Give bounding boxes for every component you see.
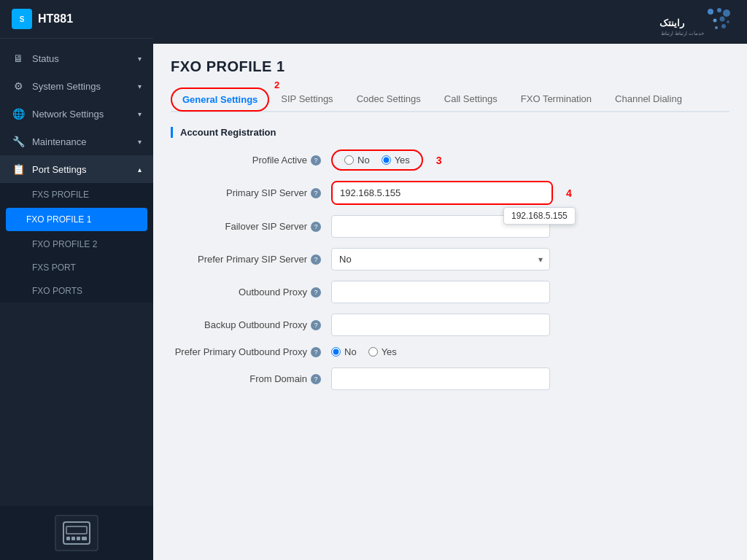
chevron-down-icon: ▾ xyxy=(138,55,142,63)
fxo-profile-1-label: FXO PROFILE 1 xyxy=(26,214,91,225)
top-bar: راینتک خدمات ارتباط ارتباط xyxy=(153,0,747,44)
maintenance-icon: 🔧 xyxy=(12,136,25,147)
tab-codec-settings[interactable]: Codec Settings xyxy=(345,87,433,112)
sidebar-item-fxo-profile-1[interactable]: FXO PROFILE 1 xyxy=(6,208,147,231)
prefer-outbound-no-label[interactable]: No xyxy=(331,346,357,357)
prefer-outbound-help-icon[interactable]: ? xyxy=(311,347,321,357)
tab-general-settings-wrapper: General Settings 2 xyxy=(171,87,269,111)
annotation-step4: 4 xyxy=(566,187,572,199)
tab-general-settings[interactable]: General Settings xyxy=(171,88,269,112)
sidebar-item-status[interactable]: 🖥 Status ▾ xyxy=(0,44,153,72)
svg-point-13 xyxy=(715,26,718,29)
from-domain-label: From Domain ? xyxy=(171,373,331,384)
failover-sip-label: Failover SIP Server ? xyxy=(171,221,331,232)
from-domain-text: From Domain xyxy=(249,373,307,384)
tab-call-settings[interactable]: Call Settings xyxy=(433,87,509,112)
form-row-outbound-proxy: Outbound Proxy ? xyxy=(171,281,729,303)
prefer-outbound-text: Prefer Primary Outbound Proxy xyxy=(175,346,307,357)
profile-active-yes-radio[interactable] xyxy=(382,155,391,165)
svg-point-8 xyxy=(723,9,730,17)
backup-outbound-proxy-input[interactable] xyxy=(331,314,550,336)
backup-outbound-proxy-text: Backup Outbound Proxy xyxy=(204,319,307,330)
sidebar-item-system-settings[interactable]: ⚙ System Settings ▾ xyxy=(0,72,153,100)
svg-point-10 xyxy=(713,19,717,23)
profile-active-no-radio[interactable] xyxy=(344,155,354,165)
fxs-profile-label: FXS PROFILE xyxy=(32,190,89,200)
sidebar-item-network-settings[interactable]: 🌐 Network Settings ▾ xyxy=(0,100,153,128)
svg-point-11 xyxy=(727,20,729,23)
form-row-primary-sip: Primary SIP Server ? 192.168.5.155 4 xyxy=(171,181,729,205)
sidebar-item-label: Network Settings xyxy=(32,109,104,120)
app-logo-icon: S xyxy=(12,9,32,29)
primary-sip-server-input[interactable] xyxy=(333,182,551,203)
no-text: No xyxy=(344,346,357,357)
profile-active-text: Profile Active xyxy=(252,155,307,166)
sidebar-item-maintenance[interactable]: 🔧 Maintenance ▾ xyxy=(0,128,153,155)
prefer-outbound-yes-label[interactable]: Yes xyxy=(368,346,397,357)
primary-sip-text: Primary SIP Server xyxy=(226,187,307,198)
form-row-from-domain: From Domain ? xyxy=(171,368,729,390)
form-row-prefer-outbound: Prefer Primary Outbound Proxy ? No Yes xyxy=(171,346,729,357)
sidebar-item-fxs-profile[interactable]: FXS PROFILE xyxy=(0,183,153,206)
prefer-outbound-no-radio[interactable] xyxy=(331,347,341,357)
sidebar-item-port-settings[interactable]: 📋 Port Settings ▴ xyxy=(0,155,153,183)
sidebar-item-fxo-profile-2[interactable]: FXO PROFILE 2 xyxy=(0,233,153,256)
sidebar-logo: S HT881 xyxy=(0,0,153,39)
outbound-proxy-input[interactable] xyxy=(331,281,550,303)
profile-active-yes-label[interactable]: Yes xyxy=(382,155,410,166)
tab-sip-settings[interactable]: SIP Settings xyxy=(269,87,344,112)
from-domain-control xyxy=(331,368,729,390)
prefer-outbound-control: No Yes xyxy=(331,346,729,357)
failover-sip-text: Failover SIP Server xyxy=(225,221,307,232)
svg-point-9 xyxy=(720,17,725,22)
chevron-up-icon: ▴ xyxy=(138,166,142,174)
fxo-ports-label: FXO PORTS xyxy=(32,286,82,296)
sidebar-sub-menu: FXS PROFILE FXO PROFILE 1 FXO PROFILE 2 … xyxy=(0,183,153,303)
network-icon: 🌐 xyxy=(12,108,25,120)
primary-sip-help-icon[interactable]: ? xyxy=(311,188,321,198)
sidebar-item-fxs-port[interactable]: FXS PORT xyxy=(0,256,153,279)
from-domain-input[interactable] xyxy=(331,368,550,390)
backup-outbound-proxy-label: Backup Outbound Proxy ? xyxy=(171,319,331,330)
fxs-port-label: FXS PORT xyxy=(32,262,76,273)
sidebar-item-label: Maintenance xyxy=(32,136,86,147)
status-icon: 🖥 xyxy=(12,52,25,64)
svg-rect-1 xyxy=(66,526,87,534)
outbound-proxy-text: Outbound Proxy xyxy=(239,287,307,298)
prefer-outbound-yes-radio[interactable] xyxy=(368,347,378,357)
tab-channel-dialing[interactable]: Channel Dialing xyxy=(603,87,694,112)
prefer-primary-sip-control: No Yes xyxy=(331,248,729,271)
svg-point-12 xyxy=(721,24,726,28)
tab-label: General Settings xyxy=(182,94,258,105)
sidebar-item-fxo-ports[interactable]: FXO PORTS xyxy=(0,279,153,303)
svg-rect-3 xyxy=(71,537,75,540)
app-logo-text: HT881 xyxy=(38,12,73,26)
section-title: Account Registration xyxy=(171,127,729,138)
svg-text:راینتک: راینتک xyxy=(659,18,685,29)
chevron-down-icon: ▾ xyxy=(138,82,142,90)
port-settings-icon: 📋 xyxy=(12,163,25,175)
svg-rect-2 xyxy=(66,537,70,540)
profile-active-no-label[interactable]: No xyxy=(344,155,370,166)
tab-label: Call Settings xyxy=(444,93,498,104)
primary-sip-input-wrapper: 192.168.5.155 xyxy=(331,181,553,205)
from-domain-help-icon[interactable]: ? xyxy=(311,374,321,384)
svg-point-6 xyxy=(708,9,713,15)
prefer-primary-sip-select[interactable]: No Yes xyxy=(331,248,550,271)
fax-device-icon xyxy=(55,515,98,551)
outbound-proxy-help-icon[interactable]: ? xyxy=(311,287,321,298)
svg-rect-4 xyxy=(77,537,80,540)
tab-fxo-termination[interactable]: FXO Termination xyxy=(509,87,603,112)
form-area: Profile Active ? No Yes xyxy=(171,149,729,390)
tab-label: Codec Settings xyxy=(357,93,421,104)
profile-active-help-icon[interactable]: ? xyxy=(311,155,321,166)
chevron-down-icon: ▾ xyxy=(138,138,142,146)
svg-text:خدمات ارتباط ارتباط: خدمات ارتباط ارتباط xyxy=(661,31,704,36)
backup-outbound-proxy-help-icon[interactable]: ? xyxy=(311,320,321,330)
no-label: No xyxy=(357,155,370,166)
prefer-primary-sip-help-icon[interactable]: ? xyxy=(311,254,321,265)
failover-sip-help-icon[interactable]: ? xyxy=(311,222,321,232)
chevron-down-icon: ▾ xyxy=(138,110,142,118)
prefer-outbound-label: Prefer Primary Outbound Proxy ? xyxy=(171,346,331,357)
system-settings-icon: ⚙ xyxy=(12,80,25,92)
